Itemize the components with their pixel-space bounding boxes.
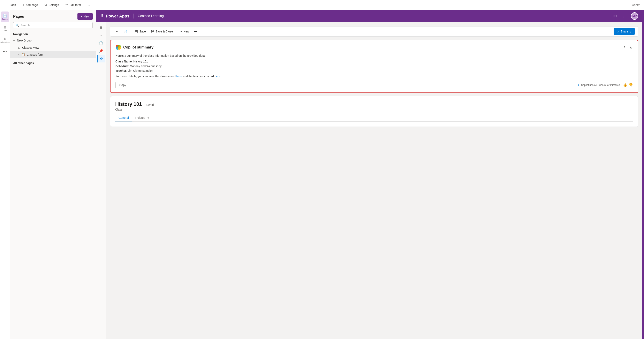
copy-button[interactable]: Copy	[116, 82, 130, 88]
save-close-button[interactable]: 💾 Save & Close	[149, 28, 175, 34]
hamburger-nav-item[interactable]: ☰	[97, 24, 105, 31]
new-page-button[interactable]: + New	[78, 13, 93, 20]
new-record-icon: +	[180, 30, 182, 33]
settings-button[interactable]: ⚙ Settings	[43, 2, 60, 8]
record-title: History 101	[115, 101, 142, 107]
copilot-controls: ↻ ∧	[623, 44, 633, 50]
second-nav: ☰ ⌂ 🕐 📌 ⚙	[96, 22, 106, 339]
svg-point-3	[118, 46, 121, 50]
new-btn-plus-icon: +	[81, 15, 82, 18]
home-nav-item[interactable]: ⌂	[97, 32, 105, 39]
pages-nav-item[interactable]: 📄 Pages	[1, 12, 9, 22]
more-toolbar-button[interactable]: •••	[192, 28, 199, 34]
new-group-item[interactable]: ≡ New Group	[10, 36, 96, 44]
data-nav-item[interactable]: ⊞ Data	[1, 23, 9, 34]
share-chevron-icon: ∨	[630, 30, 632, 33]
edit-form-label: Edit form	[70, 3, 81, 6]
form-toolbar: ← 📄 💾 Save 💾 Save & Close	[110, 26, 638, 36]
record-card: History 101 - Saved Class General Relate…	[110, 96, 638, 127]
new-record-button[interactable]: + New	[178, 28, 191, 34]
teacher-value: Jim Glynn (sample)	[128, 69, 153, 72]
copilot-disclaimer-row: ✦ Copilot uses AI. Check for mistakes. 👍…	[578, 83, 633, 87]
classes-form-icon: 📋	[22, 53, 25, 56]
left-icon-nav: 📄 Pages ⊞ Data ↻ Automation •••	[0, 10, 10, 339]
tab-related-label: Related	[135, 116, 145, 119]
more-details-suffix: .	[220, 74, 221, 78]
copilot-footer: Copy ✦ Copilot uses AI. Check for mistak…	[116, 82, 633, 88]
more-nav-item[interactable]: •••	[1, 48, 9, 55]
navigation-label: Navigation	[10, 31, 96, 36]
form-area: ← 📄 💾 Save 💾 Save & Close	[106, 22, 642, 339]
record-subtitle: Class	[115, 108, 633, 111]
classes-form-item[interactable]: ↳ 📋 Classes form	[10, 51, 96, 58]
share-label: Share	[620, 30, 628, 33]
pages-sidebar: Pages + New 🔍 Navigation ≡ New Group ⊟ C…	[10, 10, 96, 339]
automation-nav-item[interactable]: ↻ Automation	[1, 34, 9, 45]
automation-icon: ↻	[4, 37, 6, 41]
add-page-label: Add page	[26, 3, 38, 6]
copilot-disclaimer: ✦ Copilot uses AI. Check for mistakes.	[578, 84, 620, 87]
save-button[interactable]: 💾 Save	[132, 28, 148, 34]
pin-nav-item[interactable]: 📌	[97, 47, 105, 55]
teacher-label: Teacher	[116, 69, 126, 72]
new-group-label: New Group	[17, 39, 32, 42]
pages-title: Pages	[13, 14, 24, 19]
grid-icon[interactable]: ⠿	[100, 14, 103, 18]
chevron-down-icon: ∨	[146, 115, 150, 121]
tab-general[interactable]: General	[115, 114, 132, 122]
app-title: Power Apps	[106, 14, 130, 18]
new-record-label: New	[184, 30, 189, 33]
teacher-record-link[interactable]: here	[215, 74, 220, 78]
more-details-middle: and the teacher's record	[182, 74, 215, 78]
classes-view-item[interactable]: ⊟ Classes view	[10, 44, 96, 51]
copilot-logo	[116, 44, 121, 50]
gear-nav-item[interactable]: ⚙	[97, 55, 105, 62]
pages-header: Pages + New	[10, 10, 96, 22]
copilot-header: Copilot summary ↻ ∧	[116, 44, 633, 50]
data-icon-label: Data	[3, 30, 7, 32]
schedule-value: Monday and Wednesday	[130, 64, 162, 68]
copilot-intro: Here's a summary of the class informatio…	[116, 54, 633, 58]
settings-header-icon[interactable]: ⚙	[613, 14, 617, 18]
main-layout: 📄 Pages ⊞ Data ↻ Automation ••• Pages + …	[0, 10, 644, 339]
back-form-button[interactable]: ←	[114, 28, 120, 34]
search-box[interactable]: 🔍	[13, 22, 93, 28]
copilot-body: Here's a summary of the class informatio…	[116, 54, 633, 78]
more-toolbar-icon: •••	[194, 30, 197, 33]
back-label: Back	[10, 3, 16, 6]
search-input[interactable]	[20, 24, 90, 27]
thumbs-up-button[interactable]: 👍	[623, 83, 627, 87]
avatar[interactable]: MP	[631, 12, 638, 20]
header-divider	[134, 14, 134, 18]
more-label: ...	[88, 3, 90, 6]
back-button[interactable]: ← Back	[4, 2, 17, 8]
ellipsis-header-icon[interactable]: ⋮	[622, 14, 626, 18]
more-button[interactable]: ...	[86, 2, 91, 8]
collapse-copilot-button[interactable]: ∧	[629, 44, 633, 50]
schedule-label: Schedule	[116, 64, 128, 68]
edit-form-button[interactable]: ✏ Edit form	[64, 2, 82, 8]
tab-related[interactable]: Related ∨	[132, 114, 154, 122]
right-panel-hint	[642, 10, 644, 339]
automation-icon-label: Automation	[0, 41, 10, 43]
refresh-copilot-button[interactable]: ↻	[623, 44, 627, 50]
copilot-card: Copilot summary ↻ ∧ Here's a summary of …	[110, 40, 638, 93]
document-button[interactable]: 📄	[122, 28, 129, 34]
disclaimer-text: Copilot uses AI. Check for mistakes.	[581, 84, 620, 86]
copilot-title: Copilot summary	[123, 45, 154, 50]
copilot-teacher: Teacher: Jim Glynn (sample)	[116, 68, 633, 73]
copilot-more-details: For more details, you can view the class…	[116, 74, 633, 78]
more-nav-icon: •••	[3, 49, 7, 54]
save-close-label: Save & Close	[156, 30, 173, 33]
back-form-icon: ←	[116, 30, 118, 33]
class-name-value: History 101	[133, 60, 148, 63]
clock-nav-item[interactable]: 🕐	[97, 40, 105, 47]
class-record-link[interactable]: here	[176, 74, 182, 78]
pages-icon-label: Pages	[2, 18, 8, 20]
thumbs-down-button[interactable]: 👎	[629, 83, 633, 87]
share-button[interactable]: ↗ Share ∨	[614, 28, 635, 35]
content-with-nav: ☰ ⌂ 🕐 📌 ⚙ ← 📄 💾	[96, 22, 642, 339]
record-title-row: History 101 - Saved	[115, 101, 633, 107]
top-bar: ← Back + Add page ⚙ Settings ✏ Edit form…	[0, 0, 644, 10]
add-page-button[interactable]: + Add page	[21, 2, 39, 8]
